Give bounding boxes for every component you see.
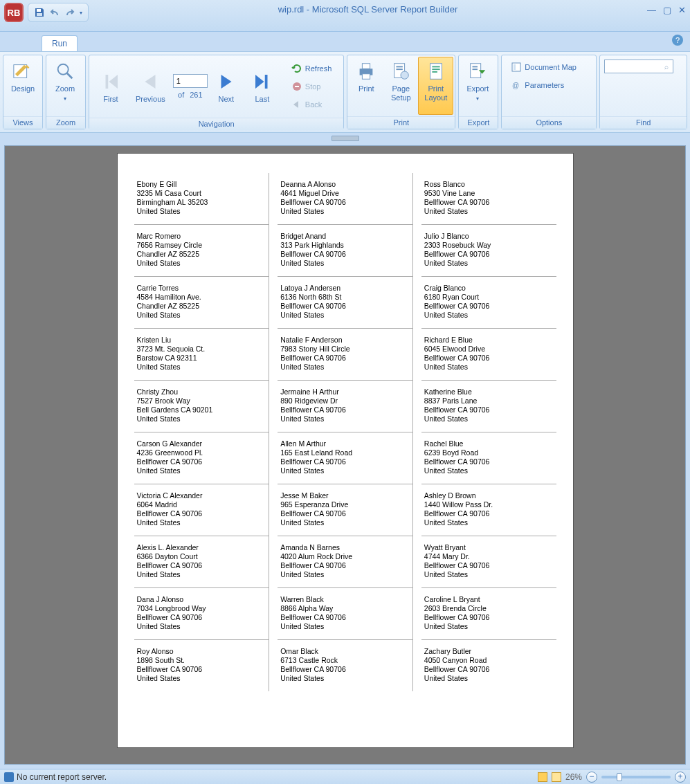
svg-rect-14 [432, 66, 439, 68]
mailing-label: Zachary Butler4050 Canyon RoadBellflower… [421, 640, 556, 691]
last-button[interactable]: Last [245, 67, 280, 106]
parameters-button[interactable]: @Parameters [507, 78, 580, 93]
report-page: Ebony E Gill3235 Mi Casa CourtBirmingham… [117, 153, 574, 748]
find-icon[interactable]: ⌕ [660, 63, 673, 71]
svg-point-12 [401, 71, 408, 79]
mailing-label: Katherine Blue8837 Paris LaneBellflower … [421, 381, 556, 432]
mailing-label: Julio J Blanco2303 Rosebuck WayBellflowe… [421, 225, 556, 277]
group-export-label: Export [459, 116, 498, 129]
page-number-input[interactable] [173, 74, 208, 88]
mailing-label: Omar Black6713 Castle RockBellflower CA … [278, 640, 412, 691]
mailing-label: Jermaine H Arthur890 Ridgeview DrBellflo… [278, 381, 412, 432]
page-total: 261 [190, 91, 202, 99]
mailing-label: Richard E Blue6045 Elwood DriveBellflowe… [421, 329, 556, 381]
label-column: Ross Blanco9530 Vine LaneBellflower CA 9… [421, 173, 556, 691]
zoom-percent: 26% [565, 772, 582, 782]
next-icon [215, 71, 237, 93]
qat-dropdown-icon[interactable]: ▾ [80, 10, 82, 16]
mailing-label: Allen M Arthur165 East Leland RoadBellfl… [278, 432, 412, 484]
stop-icon [291, 81, 302, 92]
design-button[interactable]: Design [5, 57, 41, 115]
back-icon [291, 99, 302, 110]
group-views: Design Views [3, 55, 43, 129]
zoom-thumb[interactable] [617, 773, 622, 781]
mailing-label: Craig Blanco6180 Ryan CourtBellflower CA… [421, 277, 556, 329]
tab-run[interactable]: Run [42, 35, 78, 51]
group-print-label: Print [347, 116, 455, 129]
print-layout-icon [425, 60, 447, 82]
mailing-label: Warren Black8866 Alpha WayBellflower CA … [278, 588, 412, 640]
mailing-label: Ross Blanco9530 Vine LaneBellflower CA 9… [421, 173, 556, 225]
mailing-label: Amanda N Barnes4020 Alum Rock DriveBellf… [278, 536, 412, 588]
mailing-label: Bridget Anand313 Park HighlandsBellflowe… [278, 225, 412, 277]
mailing-label: Victoria C Alexander6064 MadridBellflowe… [134, 484, 269, 536]
group-views-label: Views [3, 116, 42, 129]
print-button[interactable]: Print [349, 57, 383, 115]
maximize-button[interactable]: ▢ [663, 5, 671, 15]
print-label: Print [358, 84, 374, 93]
title-bar: RB ▾ wip.rdl - Microsoft SQL Server Repo… [0, 0, 690, 32]
panel-splitter[interactable] [332, 136, 359, 141]
refresh-button[interactable]: Refresh [288, 61, 336, 76]
next-button[interactable]: Next [209, 67, 244, 106]
group-options-label: Options [502, 116, 596, 129]
stop-label: Stop [305, 82, 321, 91]
label-column: Deanna A Alonso4641 Miguel DriveBellflow… [278, 173, 413, 691]
view-mode-icon-2[interactable] [552, 772, 561, 782]
save-icon[interactable] [34, 7, 45, 18]
view-mode-icon-1[interactable] [538, 772, 547, 782]
design-label: Design [11, 84, 35, 93]
chevron-down-icon: ▾ [476, 94, 479, 103]
group-print: Print Page Setup Print Layout Print [347, 55, 455, 129]
find-box: ⌕ [604, 60, 673, 73]
design-icon [12, 60, 34, 82]
parameter-panel-collapsed [4, 137, 686, 144]
export-label: Export [466, 84, 489, 93]
zoom-label: Zoom [55, 84, 75, 93]
zoom-slider[interactable] [601, 776, 671, 778]
svg-text:@: @ [512, 82, 519, 89]
window-controls: — ▢ ✕ [647, 3, 686, 17]
status-text: No current report server. [17, 772, 107, 782]
zoom-icon [54, 60, 76, 82]
group-navigation-label: Navigation [89, 118, 343, 130]
document-map-icon [511, 62, 522, 73]
label-column: Ebony E Gill3235 Mi Casa CourtBirmingham… [134, 173, 270, 691]
stop-button: Stop [288, 79, 336, 94]
of-label: of [178, 91, 184, 99]
export-button[interactable]: Export ▾ [460, 57, 495, 115]
undo-icon[interactable] [49, 7, 60, 18]
window-title: wip.rdl - Microsoft SQL Server Report Bu… [89, 4, 647, 15]
svg-rect-17 [471, 64, 481, 78]
close-button[interactable]: ✕ [678, 5, 686, 15]
previous-label: Previous [136, 95, 165, 104]
print-icon [355, 60, 377, 82]
group-find: ⌕ Find [599, 55, 687, 129]
svg-rect-1 [37, 13, 42, 16]
minimize-button[interactable]: — [647, 5, 656, 15]
zoom-in-button[interactable]: + [675, 772, 686, 783]
redo-icon[interactable] [64, 7, 75, 18]
report-viewer[interactable]: Ebony E Gill3235 Mi Casa CourtBirmingham… [4, 145, 686, 765]
print-layout-button[interactable]: Print Layout [418, 57, 453, 115]
mailing-label: Deanna A Alonso4641 Miguel DriveBellflow… [278, 173, 412, 225]
mailing-label: Carson G Alexander4236 Greenwood Pl.Bell… [134, 432, 269, 484]
mailing-label: Wyatt Bryant4744 Mary Dr.Bellflower CA 9… [421, 536, 556, 588]
zoom-out-button[interactable]: − [586, 772, 597, 783]
help-icon[interactable]: ? [672, 35, 683, 46]
mailing-label: Latoya J Andersen6136 North 68th StBellf… [278, 277, 412, 329]
svg-point-3 [58, 64, 69, 75]
svg-rect-18 [473, 66, 478, 68]
svg-rect-8 [363, 74, 370, 80]
zoom-button[interactable]: Zoom ▾ [48, 57, 82, 115]
first-label: First [103, 95, 118, 104]
document-map-button[interactable]: Document Map [507, 60, 580, 75]
mailing-label: Christy Zhou7527 Brook WayBell Gardens C… [134, 381, 269, 432]
group-zoom: Zoom ▾ Zoom [46, 55, 86, 129]
page-setup-button[interactable]: Page Setup [383, 57, 418, 115]
app-menu-button[interactable]: RB [4, 3, 24, 22]
print-layout-label: Print Layout [424, 84, 447, 102]
find-input[interactable] [605, 62, 660, 71]
mailing-label: Marc Romero7656 Ramsey CircleChandler AZ… [134, 225, 269, 277]
first-button: First [93, 67, 128, 106]
